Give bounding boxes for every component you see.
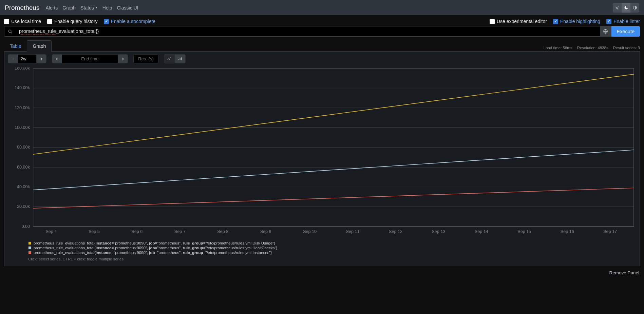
query-meta: Load time: 58ms Resolution: 4838s Result…: [544, 46, 640, 51]
option-label: Use experimental editor: [497, 19, 547, 24]
svg-line-37: [33, 74, 634, 154]
svg-text:Sep 14: Sep 14: [475, 229, 488, 234]
graph-controls: [8, 54, 636, 63]
svg-text:Sep 4: Sep 4: [45, 229, 57, 234]
svg-point-2: [8, 30, 11, 33]
legend-item[interactable]: prometheus_rule_evaluations_total{instan…: [28, 241, 636, 246]
expression-input[interactable]: prometheus_rule_evaluations_total{}: [16, 26, 600, 37]
option-use-experimental-editor[interactable]: Use experimental editor: [490, 19, 547, 24]
svg-text:20.00k: 20.00k: [17, 204, 30, 209]
svg-text:60.00k: 60.00k: [17, 165, 30, 170]
option-enable-autocomplete[interactable]: ✓Enable autocomplete: [104, 19, 156, 24]
svg-text:Sep 17: Sep 17: [603, 229, 617, 234]
svg-text:Sep 7: Sep 7: [174, 229, 186, 234]
endtime-group: [52, 54, 128, 63]
time-forward-button[interactable]: [118, 54, 128, 63]
option-enable-linter[interactable]: ✓Enable linter: [606, 19, 640, 24]
meta-resolution: Resolution: 4838s: [577, 46, 608, 50]
legend-label: prometheus_rule_evaluations_total{instan…: [34, 241, 275, 245]
legend-label: prometheus_rule_evaluations_total{instan…: [34, 246, 277, 250]
svg-text:Sep 16: Sep 16: [561, 229, 574, 234]
option-label: Use local time: [11, 19, 41, 24]
meta-load-time: Load time: 58ms: [544, 46, 572, 50]
range-increase-button[interactable]: [36, 54, 46, 63]
search-icon: [4, 26, 16, 37]
options-row: Use local timeEnable query history✓Enabl…: [0, 15, 644, 26]
meta-result-series: Result series: 3: [613, 46, 640, 50]
brand[interactable]: Prometheus: [5, 4, 39, 12]
chevron-down-icon: ▼: [95, 6, 98, 9]
nav-alerts[interactable]: Alerts: [45, 5, 58, 11]
legend-swatch-icon: [28, 251, 32, 254]
query-bar: prometheus_rule_evaluations_total{} Exec…: [0, 26, 644, 38]
navbar: Prometheus Alerts Graph Status▼ Help Cla…: [0, 0, 644, 15]
svg-text:100.00k: 100.00k: [15, 125, 30, 130]
option-use-local-time[interactable]: Use local time: [4, 19, 41, 24]
remove-panel-link[interactable]: Remove Panel: [609, 270, 639, 275]
checkbox-icon[interactable]: ✓: [553, 19, 558, 24]
tabs-row: Table Graph Load time: 58ms Resolution: …: [0, 38, 644, 51]
svg-text:140.00k: 140.00k: [15, 85, 30, 90]
svg-text:Sep 11: Sep 11: [346, 229, 360, 234]
legend-swatch-icon: [28, 246, 32, 250]
svg-text:Sep 15: Sep 15: [517, 229, 531, 234]
checkbox-icon[interactable]: [47, 19, 52, 24]
svg-text:80.00k: 80.00k: [17, 145, 30, 150]
svg-text:0.00: 0.00: [21, 224, 30, 229]
svg-text:Sep 12: Sep 12: [389, 229, 402, 234]
option-enable-query-history[interactable]: Enable query history: [47, 19, 98, 24]
nav-links: Alerts Graph Status▼ Help Classic UI: [45, 5, 138, 11]
range-group: [8, 54, 46, 63]
nav-classic-ui[interactable]: Classic UI: [117, 5, 138, 11]
option-label: Enable query history: [54, 19, 98, 24]
chart[interactable]: 0.0020.00k40.00k60.00k80.00k100.00k120.0…: [8, 67, 636, 235]
theme-light-button[interactable]: [613, 3, 622, 13]
svg-text:Sep 8: Sep 8: [217, 229, 228, 234]
svg-point-0: [617, 7, 618, 8]
svg-text:120.00k: 120.00k: [15, 105, 30, 110]
checkbox-icon[interactable]: [490, 19, 495, 24]
option-label: Enable autocomplete: [111, 19, 156, 24]
legend-label: prometheus_rule_evaluations_total{instan…: [34, 251, 272, 255]
nav-help[interactable]: Help: [102, 5, 112, 11]
nav-graph[interactable]: Graph: [62, 5, 76, 11]
time-back-button[interactable]: [52, 54, 62, 63]
svg-text:Sep 6: Sep 6: [131, 229, 143, 234]
graph-panel: 0.0020.00k40.00k60.00k80.00k100.00k120.0…: [4, 51, 640, 266]
stacked-chart-button[interactable]: [175, 54, 186, 63]
theme-auto-button[interactable]: [630, 3, 639, 13]
tab-graph[interactable]: Graph: [27, 40, 52, 52]
theme-toggle: [613, 3, 639, 13]
checkbox-icon[interactable]: ✓: [104, 19, 109, 24]
legend-swatch-icon: [28, 241, 32, 245]
svg-text:Sep 10: Sep 10: [303, 229, 317, 234]
svg-text:Sep 13: Sep 13: [432, 229, 445, 234]
globe-button[interactable]: [600, 26, 611, 37]
end-time-input[interactable]: [62, 54, 118, 63]
svg-line-38: [33, 150, 634, 190]
svg-text:Sep 9: Sep 9: [260, 229, 271, 234]
chart-mode-group: [164, 54, 186, 63]
svg-line-39: [33, 188, 634, 208]
checkbox-icon[interactable]: ✓: [606, 19, 611, 24]
remove-panel: Remove Panel: [0, 269, 644, 279]
execute-button[interactable]: Execute: [611, 26, 640, 37]
range-decrease-button[interactable]: [8, 54, 18, 63]
option-label: Enable linter: [613, 19, 640, 24]
nav-status[interactable]: Status▼: [80, 5, 98, 11]
legend-item[interactable]: prometheus_rule_evaluations_total{instan…: [28, 250, 636, 255]
svg-text:160.00k: 160.00k: [15, 67, 30, 71]
svg-text:40.00k: 40.00k: [17, 184, 30, 189]
legend: prometheus_rule_evaluations_total{instan…: [28, 241, 636, 261]
svg-text:Sep 5: Sep 5: [89, 229, 100, 234]
resolution-input[interactable]: [133, 54, 158, 63]
checkbox-icon[interactable]: [4, 19, 9, 24]
option-label: Enable highlighting: [560, 19, 600, 24]
legend-item[interactable]: prometheus_rule_evaluations_total{instan…: [28, 246, 636, 250]
tab-table[interactable]: Table: [4, 40, 27, 52]
legend-hint: Click: select series, CTRL + click: togg…: [28, 257, 636, 261]
theme-dark-button[interactable]: [622, 3, 630, 13]
line-chart-button[interactable]: [164, 54, 175, 63]
option-enable-highlighting[interactable]: ✓Enable highlighting: [553, 19, 600, 24]
range-input[interactable]: [18, 54, 36, 63]
